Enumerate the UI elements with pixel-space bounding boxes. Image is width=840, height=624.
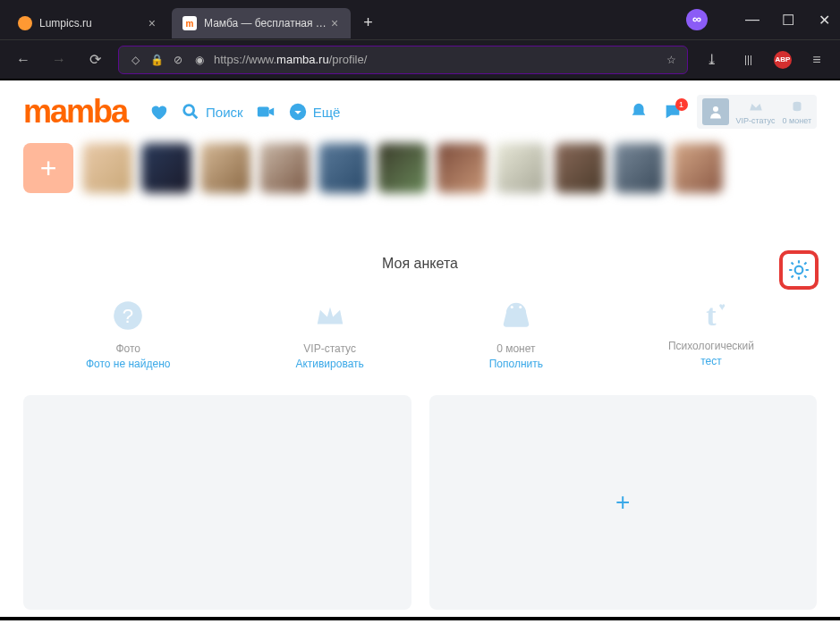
photo-strip: +	[23, 143, 817, 193]
browser-navbar: ← → ⟳ ◇ 🔒 ⊘ ◉ https://www.mamba.ru/profi…	[0, 39, 840, 79]
test-icon: t	[706, 299, 716, 333]
card-label: Психологический	[668, 340, 754, 352]
panel-left[interactable]	[23, 395, 412, 610]
favicon	[18, 16, 32, 30]
card-label: Фото	[115, 342, 140, 355]
close-window-button[interactable]: ✕	[815, 12, 833, 29]
svg-text:?: ?	[123, 305, 133, 327]
video-button[interactable]	[256, 102, 276, 122]
card-coins: 0 монет Пополнить	[489, 299, 543, 370]
maximize-button[interactable]: ☐	[779, 12, 797, 29]
card-action[interactable]: Пополнить	[489, 358, 543, 370]
settings-button[interactable]	[779, 250, 819, 290]
favicon: m	[182, 16, 197, 30]
site-logo[interactable]: mamba	[23, 93, 127, 131]
gear-icon	[787, 258, 810, 282]
coins-mini[interactable]: 0 монет	[783, 98, 812, 125]
abp-extension-icon[interactable]: ABP	[774, 51, 792, 69]
user-thumb[interactable]	[437, 143, 487, 193]
profile-cards: ? Фото Фото не найдено VIP-статус Активи…	[23, 299, 817, 370]
card-action[interactable]: Фото не найдено	[86, 358, 171, 370]
browser-tab-active[interactable]: m Мамба — бесплатная сеть зна ×	[172, 8, 351, 38]
user-thumb[interactable]	[496, 143, 546, 193]
section-title: Моя анкета	[23, 256, 817, 272]
panel-right[interactable]: +	[429, 395, 818, 610]
back-button[interactable]: ←	[11, 52, 36, 68]
purse-icon	[499, 299, 533, 335]
plus-icon: +	[615, 488, 630, 517]
plus-icon: +	[40, 152, 57, 185]
menu-button[interactable]: ≡	[804, 52, 829, 68]
crown-icon	[313, 299, 347, 335]
svg-point-8	[511, 306, 513, 308]
new-tab-button[interactable]: +	[354, 10, 382, 36]
user-thumb[interactable]	[141, 143, 191, 193]
close-icon[interactable]: ×	[329, 16, 340, 30]
permissions-icon: ⊘	[171, 54, 185, 66]
user-thumb[interactable]	[200, 143, 250, 193]
svg-rect-2	[257, 107, 268, 117]
shield-icon: ◇	[128, 54, 142, 66]
page-title: Моя анкета	[382, 256, 458, 271]
library-button[interactable]: ⫼	[736, 52, 761, 68]
content-panels: +	[23, 395, 817, 610]
search-button[interactable]: Поиск	[181, 102, 243, 122]
likes-button[interactable]	[148, 102, 168, 122]
browser-tab[interactable]: Lumpics.ru ×	[7, 8, 168, 38]
avatar-icon	[702, 98, 729, 125]
svg-point-0	[184, 105, 194, 115]
svg-line-1	[193, 114, 198, 119]
tab-title: Мамба — бесплатная сеть зна	[204, 17, 329, 30]
address-bar[interactable]: ◇ 🔒 ⊘ ◉ https://www.mamba.ru/profile/ ☆	[118, 46, 688, 74]
site-header: mamba Поиск Ещё 1 VIP-статус 0 монет	[23, 80, 817, 143]
user-mini-panel[interactable]: VIP-статус 0 монет	[697, 95, 817, 129]
photo-icon: ?	[111, 299, 145, 335]
card-vip: VIP-статус Активировать	[295, 299, 363, 370]
card-action[interactable]: Активировать	[295, 358, 363, 370]
svg-point-5	[795, 266, 803, 274]
url-text: https://www.mamba.ru/profile/	[214, 53, 367, 66]
user-thumb[interactable]	[614, 143, 664, 193]
add-photo-button[interactable]: +	[23, 143, 73, 193]
close-icon[interactable]: ×	[147, 16, 157, 30]
notifications-button[interactable]	[629, 102, 649, 122]
messages-button[interactable]: 1	[663, 102, 683, 122]
svg-point-4	[713, 106, 718, 112]
card-action[interactable]: тест	[700, 355, 722, 367]
card-test: t Психологический тест	[668, 299, 754, 370]
user-thumb[interactable]	[318, 143, 369, 193]
card-label: 0 монет	[496, 342, 535, 355]
card-label: VIP-статус	[303, 342, 356, 355]
minimize-button[interactable]: —	[743, 12, 761, 28]
user-thumb[interactable]	[82, 143, 132, 193]
vip-mini[interactable]: VIP-статус	[736, 98, 776, 125]
downloads-button[interactable]: ⤓	[699, 51, 724, 68]
bookmark-icon[interactable]: ☆	[664, 54, 678, 66]
svg-point-9	[519, 306, 522, 308]
forward-button[interactable]: →	[47, 52, 72, 68]
lock-icon: 🔒	[149, 54, 164, 66]
card-photo: ? Фото Фото не найдено	[86, 299, 171, 370]
browser-titlebar: Lumpics.ru × m Мамба — бесплатная сеть з…	[0, 0, 840, 39]
notif-badge: 1	[675, 98, 688, 111]
page-viewport[interactable]: mamba Поиск Ещё 1 VIP-статус 0 монет + М…	[0, 79, 840, 620]
user-thumb[interactable]	[378, 143, 428, 193]
reload-button[interactable]: ⟳	[82, 51, 107, 68]
user-thumb[interactable]	[259, 143, 310, 193]
incognito-icon	[686, 9, 708, 30]
extension-icon: ◉	[192, 54, 207, 66]
user-thumb[interactable]	[555, 143, 605, 193]
tab-title: Lumpics.ru	[39, 17, 92, 30]
more-button[interactable]: Ещё	[288, 102, 341, 122]
user-thumb[interactable]	[673, 143, 723, 193]
